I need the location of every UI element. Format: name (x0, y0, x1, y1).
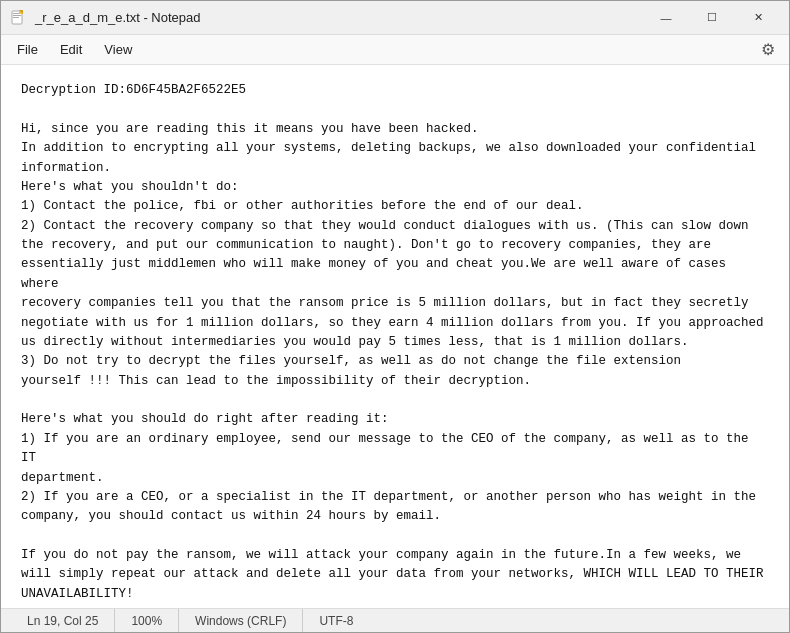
content-line-9: essentially just middlemen who will make… (21, 255, 769, 294)
title-bar: _r_e_a_d_m_e.txt - Notepad — ☐ ✕ (1, 1, 789, 35)
content-line-7: 2) Contact the recovery company so that … (21, 217, 769, 236)
title-bar-left: _r_e_a_d_m_e.txt - Notepad (9, 9, 201, 27)
svg-rect-3 (13, 17, 19, 18)
blank-line-2 (21, 391, 769, 410)
blank-line-1 (21, 100, 769, 119)
minimize-button[interactable]: — (643, 1, 689, 35)
content-line-3: In addition to encrypting all your syste… (21, 139, 769, 158)
cursor-position: Ln 19, Col 25 (11, 609, 115, 632)
menu-items: File Edit View (7, 38, 142, 61)
content-line-15: Here's what you should do right after re… (21, 410, 769, 429)
menu-bar: File Edit View ⚙ (1, 35, 789, 65)
menu-view[interactable]: View (94, 38, 142, 61)
content-line-10: recovery companies tell you that the ran… (21, 294, 769, 313)
content-line-4: information. (21, 159, 769, 178)
menu-file[interactable]: File (7, 38, 48, 61)
content-line-19: company, you should contact us within 24… (21, 507, 769, 526)
content-line-21: will simply repeat our attack and delete… (21, 565, 769, 584)
content-line-17: department. (21, 469, 769, 488)
settings-gear-icon[interactable]: ⚙ (753, 35, 783, 65)
content-line-2: Hi, since you are reading this it means … (21, 120, 769, 139)
zoom-level: 100% (115, 609, 179, 632)
title-bar-controls: — ☐ ✕ (643, 1, 781, 35)
blank-line-3 (21, 527, 769, 546)
svg-rect-2 (13, 15, 21, 16)
text-content-area[interactable]: Decryption ID:6D6F45BA2F6522E5 Hi, since… (1, 65, 789, 608)
menu-edit[interactable]: Edit (50, 38, 92, 61)
notepad-window: _r_e_a_d_m_e.txt - Notepad — ☐ ✕ File Ed… (0, 0, 790, 633)
line-ending: Windows (CRLF) (179, 609, 303, 632)
content-line-18: 2) If you are a CEO, or a specialist in … (21, 488, 769, 507)
content-line-6: 1) Contact the police, fbi or other auth… (21, 197, 769, 216)
maximize-button[interactable]: ☐ (689, 1, 735, 35)
content-line-5: Here's what you shouldn't do: (21, 178, 769, 197)
content-line-11: negotiate with us for 1 million dollars,… (21, 314, 769, 333)
content-line-12: us directly without intermediaries you w… (21, 333, 769, 352)
content-line-13: 3) Do not try to decrypt the files yours… (21, 352, 769, 371)
encoding: UTF-8 (303, 609, 369, 632)
content-line-20: If you do not pay the ransom, we will at… (21, 546, 769, 565)
status-bar: Ln 19, Col 25 100% Windows (CRLF) UTF-8 (1, 608, 789, 632)
content-line-14: yourself !!! This can lead to the imposs… (21, 372, 769, 391)
close-button[interactable]: ✕ (735, 1, 781, 35)
notepad-icon (9, 9, 27, 27)
content-line-16: 1) If you are an ordinary employee, send… (21, 430, 769, 469)
decryption-id-line: Decryption ID:6D6F45BA2F6522E5 (21, 81, 769, 100)
content-line-8: the recovery, and put our communication … (21, 236, 769, 255)
content-line-22: UNAVAILABILITY! (21, 585, 769, 604)
window-title: _r_e_a_d_m_e.txt - Notepad (35, 10, 201, 25)
